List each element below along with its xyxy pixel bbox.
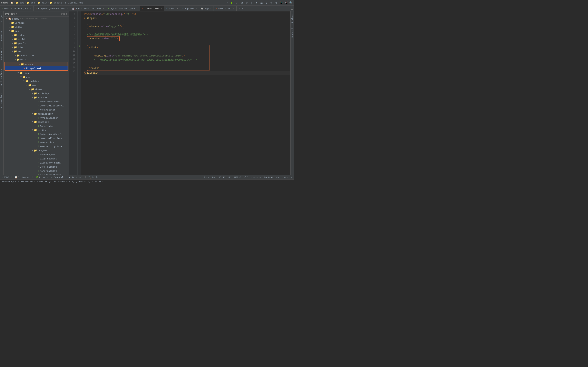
edit-icon[interactable]: ✎ (269, 1, 273, 5)
tab-showu[interactable]: ◈ showU × (164, 6, 180, 11)
tree-main[interactable]: ▼ 📁 main (4, 58, 69, 62)
terminal-status[interactable]: ▶_ Terminal (69, 176, 83, 179)
tree-constants[interactable]: C Constants (4, 124, 69, 128)
tree-src[interactable]: ▼ 📁 src (4, 49, 69, 53)
tree-entity[interactable]: ▼ 📁 entity (4, 128, 69, 132)
tree-build[interactable]: ▶ 📁 build (4, 37, 69, 41)
tree-weather-city-list[interactable]: C WeatherCityListE… (4, 144, 69, 149)
context-status[interactable]: Context: <no context> (264, 176, 292, 179)
collapse-all-icon[interactable]: ⊟ (63, 13, 65, 15)
tree-assets[interactable]: ▼ 📁 assets (5, 62, 68, 66)
tab-close-icon[interactable]: × (67, 8, 68, 10)
tab-close-icon[interactable]: × (233, 8, 234, 10)
tree-adapter[interactable]: ▼ 📁 adapter (4, 95, 69, 100)
tab-close-icon[interactable]: × (136, 8, 138, 10)
sync-files-icon[interactable]: ⟳ (61, 13, 62, 15)
sync-icon[interactable]: ⊙ (245, 1, 249, 5)
tab-app-gradle[interactable]: 🐘 app × (199, 6, 214, 11)
tree-constant[interactable]: ▼ 📁 constant (4, 120, 69, 124)
tree-idea[interactable]: ▶ 📁 .idea (4, 25, 69, 29)
breadcrumb-file[interactable]: 🗎 litepal.xml (65, 1, 83, 4)
debug-icon[interactable]: ⚡ (235, 1, 239, 5)
tree-joke-fragment[interactable]: C JokeFragment (4, 165, 69, 169)
tree-showu-pkg[interactable]: ▼ 📁 showU (4, 87, 69, 91)
search-icon[interactable]: 🔍 (289, 1, 293, 5)
encoding-status[interactable]: UTF-8 (234, 176, 241, 179)
tree-java[interactable]: ▼ 📁 java (4, 71, 69, 75)
tree-idea-app[interactable]: ▶ 📁 .idea (4, 33, 69, 37)
tree-joker-collection-entity[interactable]: C JokerCollectionE… (4, 136, 69, 140)
tree-my-application[interactable]: C MyApplication (4, 116, 69, 120)
avd-icon[interactable]: 📲 (284, 1, 288, 5)
tree-www[interactable]: ▼ 📁 www (4, 83, 69, 87)
build-status[interactable]: 🔨 Build (88, 176, 98, 179)
breadcrumb-assets[interactable]: 📁 assets (50, 1, 62, 4)
tab-litepal-xml[interactable]: ✦ litepal.xml × (140, 6, 164, 11)
line-ending[interactable]: LF÷ (228, 176, 232, 179)
tree-discovery-fragment[interactable]: C DiscoveryFragm… (4, 161, 69, 165)
run-icon[interactable]: ▶ (230, 1, 234, 5)
todo-status[interactable]: ✓ TODO (2, 176, 9, 179)
tree-activity[interactable]: ▶ 📁 activity (4, 91, 69, 95)
project-tab[interactable]: Project (0, 11, 3, 23)
git-branch[interactable]: ⎇ Git: master (243, 176, 262, 179)
favorites-tab[interactable]: 2: Favorites (0, 92, 3, 110)
event-log-status[interactable]: Event Log (204, 176, 216, 179)
breadcrumb-showu[interactable]: 🏠 (10, 1, 13, 4)
tab-weather-entity[interactable]: C WeatherEntity.java × (0, 6, 34, 11)
tab-close-icon[interactable]: × (210, 8, 212, 10)
settings-icon[interactable]: ⚙ (274, 1, 278, 5)
tree-gradle[interactable]: ▶ 📁 .gradle (4, 21, 69, 25)
z-structure-tab[interactable]: Z-Structure (0, 47, 3, 63)
tree-app[interactable]: ▼ 📁 app (4, 29, 69, 33)
gutter-fold-9[interactable]: ▼ (78, 44, 81, 48)
logcat-status[interactable]: 📋 6: Logcat (15, 176, 30, 179)
code-editor[interactable]: 1 2 3 4 5 6 7 8 9 10 11 12 13 14 15 (69, 11, 290, 175)
tree-future5weather[interactable]: C Future5WeatherE… (4, 132, 69, 136)
device-icon[interactable]: 📱 (279, 1, 283, 5)
breadcrumb-main[interactable]: 📁 main (38, 1, 47, 4)
tree-androidtest[interactable]: ▶ 📁 androidTest (4, 53, 69, 58)
build-variants-tab[interactable]: Build Variants (0, 67, 3, 88)
tab-fragment-weather[interactable]: ✦ fragment_weather.xml × (34, 6, 70, 11)
gear-icon[interactable]: ⚙ (66, 13, 67, 15)
version-control-status[interactable]: 🌿 9: Version Control (35, 176, 63, 179)
build-icon[interactable]: ⊞ (240, 1, 244, 5)
code-content[interactable]: <?xml version="1.0" encoding="utf-8"?> <… (81, 11, 290, 175)
profile-icon[interactable]: ↕ (250, 1, 254, 5)
tab-close-icon[interactable]: × (161, 8, 162, 10)
tree-litepal-xml[interactable]: ✦ litepal.xml (5, 66, 68, 70)
tab-colors-xml[interactable]: ✦ colors.xml × (214, 6, 237, 11)
tree-joker-collection-adapter[interactable]: C JokerCollectionA… (4, 104, 69, 108)
breadcrumb-app[interactable]: 📁 app (16, 1, 24, 4)
tree-application[interactable]: ▼ 📁 application (4, 112, 69, 116)
cursor-position[interactable]: 15:11 (219, 176, 225, 179)
tree-gradle-app[interactable]: ▶ 📁 gradle (4, 41, 69, 45)
tab-close-icon[interactable]: × (177, 8, 178, 10)
tab-close-icon[interactable]: × (103, 8, 104, 10)
tree-news-adapter[interactable]: C NewsAdapter (4, 108, 69, 112)
tree-mushiny[interactable]: ▼ 📁 mushiny (4, 79, 69, 83)
settings-gear-icon[interactable]: ⚙ (291, 8, 293, 11)
tab-close-icon[interactable]: × (196, 8, 197, 10)
tree-com[interactable]: ▼ 📁 com (4, 75, 69, 79)
captures-tab[interactable]: Captures (0, 29, 3, 42)
tree-mine-fragment[interactable]: C MineFragment (4, 169, 69, 173)
tree-blog-fragment[interactable]: C BlogFragment (4, 157, 69, 161)
tab-android-manifest[interactable]: 🤖 AndroidManifest.xml × (70, 6, 106, 11)
tab-more[interactable]: ≡ 2 (237, 6, 245, 11)
sdk-icon[interactable]: ☰ (260, 1, 263, 5)
tab-close-icon[interactable]: × (30, 8, 31, 10)
tree-future-weather-adapter[interactable]: C FutureWeatherA… (4, 100, 69, 104)
download-icon[interactable]: ⬇ (255, 1, 259, 5)
tab-my-application[interactable]: C MyApplication.java × (106, 6, 140, 11)
tab-app-iml[interactable]: ◈ app.iml × (180, 6, 199, 11)
back-icon[interactable]: ↩ (225, 1, 229, 5)
device-file-explorer-tab[interactable]: Device File Explorer (291, 11, 294, 39)
tree-base-fragment[interactable]: C BaseFragment (4, 152, 69, 157)
tree-fragment[interactable]: ▼ 📁 fragment (4, 149, 69, 152)
breadcrumb-src[interactable]: 📁 src (27, 1, 35, 4)
undo-icon[interactable]: ↻ (265, 1, 268, 5)
tree-news-detail-fragment[interactable]: C NewsDetailFragr… (4, 173, 69, 175)
tree-news-entity[interactable]: C NewsEntity (4, 140, 69, 144)
